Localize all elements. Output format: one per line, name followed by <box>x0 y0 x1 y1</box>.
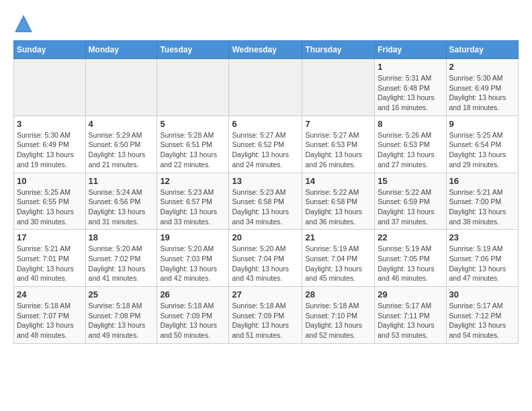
day-number: 25 <box>89 289 154 300</box>
calendar-cell: 10Sunrise: 5:25 AM Sunset: 6:55 PM Dayli… <box>14 173 86 230</box>
logo <box>13 13 36 34</box>
day-info: Sunrise: 5:27 AM Sunset: 6:52 PM Dayligh… <box>232 130 299 170</box>
day-info: Sunrise: 5:31 AM Sunset: 6:48 PM Dayligh… <box>378 73 443 113</box>
header-sunday: Sunday <box>14 41 86 59</box>
calendar-week-5: 24Sunrise: 5:18 AM Sunset: 7:07 PM Dayli… <box>14 287 519 344</box>
day-info: Sunrise: 5:19 AM Sunset: 7:05 PM Dayligh… <box>378 244 443 283</box>
day-info: Sunrise: 5:18 AM Sunset: 7:07 PM Dayligh… <box>17 301 83 340</box>
header-thursday: Thursday <box>302 41 375 59</box>
day-number: 18 <box>89 232 154 242</box>
day-number: 11 <box>89 176 154 186</box>
calendar-cell <box>14 59 86 116</box>
calendar-week-2: 3Sunrise: 5:30 AM Sunset: 6:49 PM Daylig… <box>14 116 519 173</box>
day-number: 8 <box>378 119 443 129</box>
day-number: 7 <box>305 119 371 129</box>
day-info: Sunrise: 5:22 AM Sunset: 6:58 PM Dayligh… <box>305 187 371 227</box>
day-number: 20 <box>232 232 299 242</box>
day-info: Sunrise: 5:17 AM Sunset: 7:12 PM Dayligh… <box>449 301 515 340</box>
day-info: Sunrise: 5:21 AM Sunset: 7:00 PM Dayligh… <box>449 187 515 227</box>
day-number: 28 <box>305 289 371 300</box>
day-number: 27 <box>232 289 299 300</box>
day-number: 17 <box>17 232 83 242</box>
day-info: Sunrise: 5:26 AM Sunset: 6:53 PM Dayligh… <box>378 130 443 170</box>
day-info: Sunrise: 5:19 AM Sunset: 7:04 PM Dayligh… <box>305 244 371 283</box>
calendar-cell: 3Sunrise: 5:30 AM Sunset: 6:49 PM Daylig… <box>14 116 86 173</box>
calendar-cell: 8Sunrise: 5:26 AM Sunset: 6:53 PM Daylig… <box>375 116 446 173</box>
calendar-cell: 7Sunrise: 5:27 AM Sunset: 6:53 PM Daylig… <box>302 116 375 173</box>
calendar-cell: 20Sunrise: 5:20 AM Sunset: 7:04 PM Dayli… <box>229 230 302 287</box>
day-number: 5 <box>160 119 226 129</box>
header-tuesday: Tuesday <box>157 41 229 59</box>
day-info: Sunrise: 5:25 AM Sunset: 6:54 PM Dayligh… <box>449 130 515 170</box>
day-info: Sunrise: 5:20 AM Sunset: 7:03 PM Dayligh… <box>160 244 226 283</box>
calendar-cell: 30Sunrise: 5:17 AM Sunset: 7:12 PM Dayli… <box>446 287 518 344</box>
day-number: 2 <box>449 62 515 72</box>
calendar-cell: 29Sunrise: 5:17 AM Sunset: 7:11 PM Dayli… <box>375 287 446 344</box>
calendar-cell <box>229 59 302 116</box>
calendar-cell: 15Sunrise: 5:22 AM Sunset: 6:59 PM Dayli… <box>375 173 446 230</box>
day-info: Sunrise: 5:30 AM Sunset: 6:49 PM Dayligh… <box>449 73 515 113</box>
calendar-cell <box>302 59 375 116</box>
header-row: SundayMondayTuesdayWednesdayThursdayFrid… <box>14 41 519 59</box>
day-info: Sunrise: 5:28 AM Sunset: 6:51 PM Dayligh… <box>160 130 226 170</box>
calendar-cell: 13Sunrise: 5:23 AM Sunset: 6:58 PM Dayli… <box>229 173 302 230</box>
calendar-cell: 9Sunrise: 5:25 AM Sunset: 6:54 PM Daylig… <box>446 116 518 173</box>
calendar-cell: 25Sunrise: 5:18 AM Sunset: 7:08 PM Dayli… <box>85 287 157 344</box>
calendar-body: 1Sunrise: 5:31 AM Sunset: 6:48 PM Daylig… <box>14 59 519 344</box>
calendar-cell: 5Sunrise: 5:28 AM Sunset: 6:51 PM Daylig… <box>157 116 229 173</box>
day-info: Sunrise: 5:17 AM Sunset: 7:11 PM Dayligh… <box>378 301 443 340</box>
calendar-header: SundayMondayTuesdayWednesdayThursdayFrid… <box>14 41 519 59</box>
day-info: Sunrise: 5:18 AM Sunset: 7:09 PM Dayligh… <box>232 301 299 340</box>
calendar-cell: 4Sunrise: 5:29 AM Sunset: 6:50 PM Daylig… <box>85 116 157 173</box>
day-info: Sunrise: 5:20 AM Sunset: 7:04 PM Dayligh… <box>232 244 299 283</box>
day-info: Sunrise: 5:20 AM Sunset: 7:02 PM Dayligh… <box>89 244 154 283</box>
calendar-cell: 11Sunrise: 5:24 AM Sunset: 6:56 PM Dayli… <box>85 173 157 230</box>
day-number: 29 <box>378 289 443 300</box>
day-info: Sunrise: 5:27 AM Sunset: 6:53 PM Dayligh… <box>305 130 371 170</box>
day-number: 22 <box>378 232 443 242</box>
calendar-cell: 28Sunrise: 5:18 AM Sunset: 7:10 PM Dayli… <box>302 287 375 344</box>
day-info: Sunrise: 5:25 AM Sunset: 6:55 PM Dayligh… <box>17 187 83 227</box>
day-number: 4 <box>89 119 154 129</box>
logo-icon <box>13 13 34 34</box>
day-info: Sunrise: 5:22 AM Sunset: 6:59 PM Dayligh… <box>378 187 443 227</box>
day-info: Sunrise: 5:18 AM Sunset: 7:10 PM Dayligh… <box>305 301 371 340</box>
day-number: 21 <box>305 232 371 242</box>
calendar-cell: 14Sunrise: 5:22 AM Sunset: 6:58 PM Dayli… <box>302 173 375 230</box>
calendar-cell <box>157 59 229 116</box>
day-number: 26 <box>160 289 226 300</box>
day-number: 15 <box>378 176 443 186</box>
calendar-week-4: 17Sunrise: 5:21 AM Sunset: 7:01 PM Dayli… <box>14 230 519 287</box>
day-number: 30 <box>449 289 515 300</box>
calendar-cell <box>85 59 157 116</box>
calendar-cell: 23Sunrise: 5:19 AM Sunset: 7:06 PM Dayli… <box>446 230 518 287</box>
day-info: Sunrise: 5:23 AM Sunset: 6:58 PM Dayligh… <box>232 187 299 227</box>
calendar-cell: 17Sunrise: 5:21 AM Sunset: 7:01 PM Dayli… <box>14 230 86 287</box>
page-header <box>13 13 519 34</box>
day-info: Sunrise: 5:18 AM Sunset: 7:08 PM Dayligh… <box>89 301 154 340</box>
day-number: 24 <box>17 289 83 300</box>
calendar-cell: 16Sunrise: 5:21 AM Sunset: 7:00 PM Dayli… <box>446 173 518 230</box>
day-number: 1 <box>378 62 443 72</box>
calendar-cell: 1Sunrise: 5:31 AM Sunset: 6:48 PM Daylig… <box>375 59 446 116</box>
header-saturday: Saturday <box>446 41 518 59</box>
calendar-cell: 19Sunrise: 5:20 AM Sunset: 7:03 PM Dayli… <box>157 230 229 287</box>
day-info: Sunrise: 5:30 AM Sunset: 6:49 PM Dayligh… <box>17 130 83 170</box>
header-monday: Monday <box>85 41 157 59</box>
calendar-cell: 26Sunrise: 5:18 AM Sunset: 7:09 PM Dayli… <box>157 287 229 344</box>
calendar-cell: 18Sunrise: 5:20 AM Sunset: 7:02 PM Dayli… <box>85 230 157 287</box>
calendar-table: SundayMondayTuesdayWednesdayThursdayFrid… <box>13 40 519 344</box>
calendar-cell: 6Sunrise: 5:27 AM Sunset: 6:52 PM Daylig… <box>229 116 302 173</box>
day-number: 16 <box>449 176 515 186</box>
day-info: Sunrise: 5:19 AM Sunset: 7:06 PM Dayligh… <box>449 244 515 283</box>
calendar-cell: 24Sunrise: 5:18 AM Sunset: 7:07 PM Dayli… <box>14 287 86 344</box>
day-number: 3 <box>17 119 83 129</box>
day-number: 19 <box>160 232 226 242</box>
day-info: Sunrise: 5:24 AM Sunset: 6:56 PM Dayligh… <box>89 187 154 227</box>
calendar-cell: 12Sunrise: 5:23 AM Sunset: 6:57 PM Dayli… <box>157 173 229 230</box>
day-number: 6 <box>232 119 299 129</box>
calendar-week-3: 10Sunrise: 5:25 AM Sunset: 6:55 PM Dayli… <box>14 173 519 230</box>
calendar-week-1: 1Sunrise: 5:31 AM Sunset: 6:48 PM Daylig… <box>14 59 519 116</box>
day-number: 10 <box>17 176 83 186</box>
calendar-cell: 27Sunrise: 5:18 AM Sunset: 7:09 PM Dayli… <box>229 287 302 344</box>
